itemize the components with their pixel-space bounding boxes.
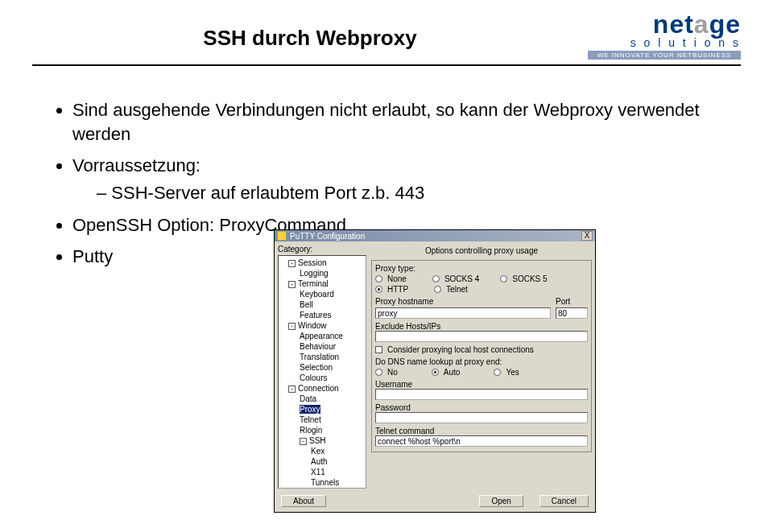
tree-item-connection[interactable]: Connection bbox=[298, 384, 339, 393]
tree-item[interactable]: Logging bbox=[280, 268, 364, 278]
tree-item[interactable]: Selection bbox=[280, 362, 364, 373]
radio-socks5[interactable] bbox=[500, 275, 507, 282]
putty-dialog: PuTTY Configuration X Category: -Session… bbox=[274, 229, 596, 513]
logo-subtitle: s o l u t i o n s bbox=[588, 36, 741, 49]
telnet-command-label: Telnet command bbox=[375, 427, 588, 435]
tree-item[interactable]: Bell bbox=[280, 299, 364, 310]
exclude-input[interactable] bbox=[375, 331, 588, 342]
dialog-titlebar[interactable]: PuTTY Configuration X bbox=[275, 230, 595, 241]
radio-label: Yes bbox=[506, 368, 519, 377]
tree-item[interactable]: Behaviour bbox=[280, 341, 364, 352]
tree-item[interactable]: Appearance bbox=[280, 331, 364, 341]
tree-item-window[interactable]: Window bbox=[298, 321, 327, 330]
username-label: Username bbox=[375, 380, 588, 389]
tree-item[interactable]: Tunnels bbox=[280, 477, 364, 488]
tree-item[interactable]: Data bbox=[280, 394, 364, 404]
radio-label: SOCKS 4 bbox=[444, 274, 479, 283]
tree-item[interactable]: Translation bbox=[280, 352, 364, 362]
radio-dns-no[interactable] bbox=[375, 369, 382, 376]
radio-label: HTTP bbox=[387, 285, 408, 294]
bullet-item: Vorraussetzung: SSH-Server auf erlaubtem… bbox=[72, 154, 733, 204]
proxy-type-label: Proxy type: bbox=[375, 264, 588, 273]
telnet-command-input[interactable] bbox=[375, 435, 588, 447]
app-icon bbox=[277, 231, 287, 241]
radio-label: None bbox=[387, 274, 407, 283]
category-label: Category: bbox=[278, 245, 366, 254]
category-tree[interactable]: -Session Logging -Terminal Keyboard Bell… bbox=[278, 255, 366, 489]
proxy-hostname-input[interactable] bbox=[375, 307, 551, 319]
logo-tagline: WE INNOVATE YOUR NETBUSINESS bbox=[588, 51, 741, 60]
hostname-label: Proxy hostname bbox=[375, 297, 551, 306]
tree-item-proxy-selected[interactable]: Proxy bbox=[300, 405, 320, 414]
password-input[interactable] bbox=[375, 412, 588, 423]
consider-checkbox[interactable] bbox=[375, 346, 382, 353]
tree-item[interactable]: Kex bbox=[280, 446, 364, 456]
radio-label: SOCKS 5 bbox=[512, 274, 547, 283]
proxy-settings-group: Proxy type: None SOCKS 4 SOCKS 5 HTTP Te… bbox=[371, 260, 592, 452]
radio-none[interactable] bbox=[375, 275, 382, 282]
brand-logo: netage s o l u t i o n s WE INNOVATE YOU… bbox=[588, 10, 741, 60]
password-label: Password bbox=[375, 403, 588, 412]
tree-item[interactable]: X11 bbox=[280, 467, 364, 477]
consider-label: Consider proxying local host connections bbox=[387, 345, 534, 354]
tree-item-ssh[interactable]: SSH bbox=[309, 436, 326, 445]
close-button[interactable]: X bbox=[581, 231, 593, 241]
radio-label: Auto bbox=[444, 368, 461, 377]
username-input[interactable] bbox=[375, 389, 588, 400]
open-button[interactable]: Open bbox=[479, 495, 523, 507]
tree-item[interactable]: Auth bbox=[280, 456, 364, 467]
exclude-label: Exclude Hosts/IPs bbox=[375, 322, 588, 331]
port-label: Port bbox=[556, 297, 588, 306]
radio-label: Telnet bbox=[446, 285, 468, 294]
radio-http[interactable] bbox=[375, 286, 382, 293]
panel-heading: Options controlling proxy usage bbox=[371, 245, 592, 260]
tree-item[interactable]: Colours bbox=[280, 373, 364, 383]
about-button[interactable]: About bbox=[281, 495, 326, 507]
tree-item[interactable]: Keyboard bbox=[280, 289, 364, 299]
radio-label: No bbox=[387, 368, 398, 377]
page-title: SSH durch Webproxy bbox=[32, 10, 588, 51]
bullet-text: Vorraussetzung: bbox=[72, 155, 200, 175]
dialog-title: PuTTY Configuration bbox=[290, 232, 365, 241]
radio-dns-auto[interactable] bbox=[432, 369, 439, 376]
sub-bullet-item: SSH-Server auf erlaubtem Port z.b. 443 bbox=[97, 181, 733, 205]
tree-item[interactable]: Telnet bbox=[280, 414, 364, 425]
cancel-button[interactable]: Cancel bbox=[539, 495, 589, 507]
logo-part: a bbox=[694, 10, 709, 39]
tree-item-terminal[interactable]: Terminal bbox=[298, 279, 329, 288]
proxy-port-input[interactable] bbox=[556, 307, 588, 319]
dns-label: Do DNS name lookup at proxy end: bbox=[375, 357, 588, 366]
logo-part: net bbox=[653, 10, 694, 39]
bullet-item: Sind ausgehende Verbindungen nicht erlau… bbox=[72, 98, 733, 146]
logo-part: ge bbox=[709, 10, 741, 39]
radio-socks4[interactable] bbox=[432, 275, 440, 282]
tree-item[interactable]: Features bbox=[280, 310, 364, 320]
tree-item-session[interactable]: Session bbox=[298, 258, 327, 267]
radio-telnet[interactable] bbox=[434, 286, 441, 293]
radio-dns-yes[interactable] bbox=[494, 369, 501, 376]
tree-item[interactable]: Rlogin bbox=[280, 425, 364, 435]
